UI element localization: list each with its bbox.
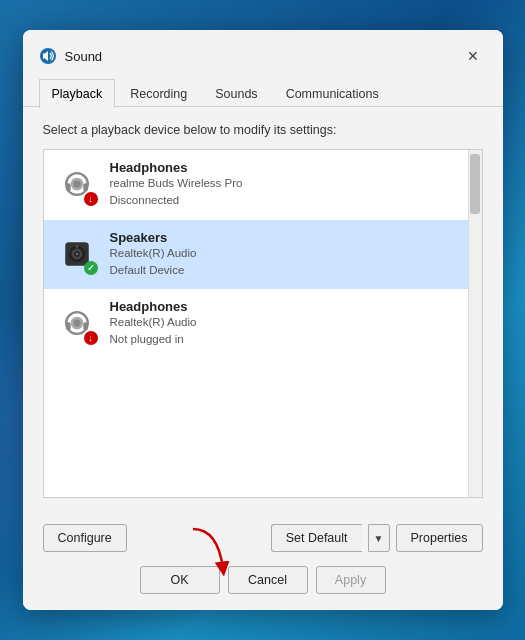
title-bar-left: Sound — [39, 47, 103, 65]
device-icon-headphones-1: ↓ — [56, 164, 98, 206]
device-item-headphones-realme[interactable]: ↓ Headphones realme Buds Wireless Pro Di… — [44, 150, 482, 220]
device-detail-1b: Disconnected — [110, 192, 470, 209]
tab-communications[interactable]: Communications — [273, 79, 392, 108]
device-item-headphones-realtek[interactable]: ↓ Headphones Realtek(R) Audio Not plugge… — [44, 289, 482, 359]
device-info-headphones-1: Headphones realme Buds Wireless Pro Disc… — [110, 160, 470, 210]
status-badge-disconnected-1: ↓ — [84, 192, 98, 206]
apply-button[interactable]: Apply — [316, 566, 386, 594]
tab-recording[interactable]: Recording — [117, 79, 200, 108]
scrollbar[interactable] — [468, 150, 482, 497]
scrollbar-thumb[interactable] — [470, 154, 480, 214]
ok-button[interactable]: OK — [140, 566, 220, 594]
device-detail-1a: realme Buds Wireless Pro — [110, 175, 470, 192]
svg-point-16 — [73, 319, 80, 326]
device-name-1: Headphones — [110, 160, 470, 175]
dialog-buttons: OK Cancel Apply — [23, 566, 503, 610]
set-default-button[interactable]: Set Default — [271, 524, 362, 552]
tab-sounds[interactable]: Sounds — [202, 79, 270, 108]
svg-point-5 — [73, 180, 80, 187]
device-detail-2b: Default Device — [110, 262, 470, 279]
status-badge-not-plugged: ↓ — [84, 331, 98, 345]
cancel-button[interactable]: Cancel — [228, 566, 308, 594]
properties-button[interactable]: Properties — [396, 524, 483, 552]
instruction-text: Select a playback device below to modify… — [43, 123, 483, 137]
tab-playback[interactable]: Playback — [39, 79, 116, 108]
status-badge-default: ✓ — [84, 261, 98, 275]
device-icon-speakers: ✓ — [56, 233, 98, 275]
sound-dialog: Sound ✕ Playback Recording Sounds Commun… — [23, 30, 503, 610]
svg-point-11 — [75, 245, 78, 248]
set-default-dropdown[interactable]: ▼ — [368, 524, 390, 552]
device-info-headphones-2: Headphones Realtek(R) Audio Not plugged … — [110, 299, 470, 349]
device-detail-3a: Realtek(R) Audio — [110, 314, 470, 331]
svg-rect-13 — [66, 322, 71, 330]
speaker-icon — [39, 47, 57, 65]
configure-button[interactable]: Configure — [43, 524, 127, 552]
svg-point-10 — [75, 253, 78, 256]
svg-rect-14 — [83, 322, 88, 330]
close-button[interactable]: ✕ — [459, 42, 487, 70]
title-bar: Sound ✕ — [23, 30, 503, 78]
device-icon-headphones-2: ↓ — [56, 303, 98, 345]
device-detail-2a: Realtek(R) Audio — [110, 245, 470, 262]
device-name-3: Headphones — [110, 299, 470, 314]
content-area: Select a playback device below to modify… — [23, 107, 503, 514]
device-info-speakers: Speakers Realtek(R) Audio Default Device — [110, 230, 470, 280]
svg-rect-3 — [83, 183, 88, 191]
device-item-speakers[interactable]: ✓ Speakers Realtek(R) Audio Default Devi… — [44, 220, 482, 290]
svg-rect-2 — [66, 183, 71, 191]
device-detail-3b: Not plugged in — [110, 331, 470, 348]
device-list[interactable]: ↓ Headphones realme Buds Wireless Pro Di… — [43, 149, 483, 498]
dialog-title: Sound — [65, 49, 103, 64]
action-bar: Configure Set Default ▼ Properties — [23, 514, 503, 566]
tab-bar: Playback Recording Sounds Communications — [23, 78, 503, 107]
device-name-2: Speakers — [110, 230, 470, 245]
